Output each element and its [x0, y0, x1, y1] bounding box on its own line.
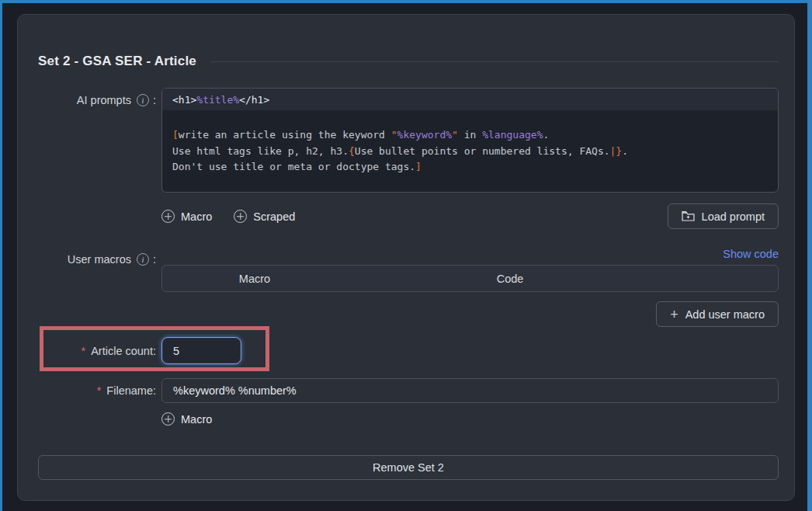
- macro-button-label: Macro: [181, 210, 212, 223]
- info-icon[interactable]: i: [137, 253, 149, 266]
- add-user-macro-button[interactable]: + Add user macro: [656, 301, 779, 327]
- column-header-macro: Macro: [162, 273, 347, 285]
- user-macros-label-colon: :: [153, 253, 156, 266]
- add-user-macro-row: + Add user macro: [38, 301, 779, 327]
- macro-button[interactable]: Macro: [161, 210, 212, 223]
- card-title-row: Set 2 - GSA SER - Article: [38, 15, 779, 69]
- circle-plus-icon: [161, 210, 175, 223]
- user-macros-label-text: User macros: [68, 253, 131, 266]
- article-count-label: * Article count:: [38, 337, 156, 364]
- filename-row: * Filename:: [38, 378, 779, 403]
- filename-macro-button[interactable]: Macro: [161, 412, 212, 426]
- article-count-row: * Article count:: [38, 337, 779, 364]
- user-macros-label: User macros i :: [38, 247, 156, 292]
- filename-label: * Filename:: [38, 378, 156, 403]
- load-prompt-button[interactable]: Load prompt: [668, 203, 779, 229]
- load-prompt-label: Load prompt: [702, 210, 765, 223]
- title-divider: [210, 61, 779, 62]
- plus-icon: +: [670, 308, 678, 322]
- circle-plus-icon: [161, 412, 175, 426]
- info-icon[interactable]: i: [137, 94, 149, 106]
- filename-input[interactable]: [161, 378, 779, 403]
- ai-prompts-row: AI prompts i : <h1>%title%</h1> [write a…: [38, 88, 779, 193]
- remove-set-row: Remove Set 2: [38, 455, 779, 480]
- add-user-macro-label: Add user macro: [685, 308, 765, 321]
- prompt-editor[interactable]: <h1>%title%</h1> [write an article using…: [161, 88, 779, 193]
- circle-plus-icon: [234, 210, 247, 223]
- required-mark: *: [97, 384, 102, 397]
- filename-macro-label: Macro: [181, 413, 212, 426]
- ai-prompts-label-text: AI prompts: [77, 94, 131, 106]
- show-code-link[interactable]: Show code: [723, 248, 779, 260]
- column-header-code: Code: [347, 273, 673, 285]
- article-count-input[interactable]: [161, 337, 241, 364]
- scraped-button[interactable]: Scraped: [234, 210, 295, 223]
- scraped-button-label: Scraped: [253, 210, 295, 223]
- filename-macro-row: Macro: [38, 412, 779, 429]
- filename-label-text: Filename:: [106, 384, 156, 397]
- article-count-label-text: Article count:: [91, 345, 156, 357]
- required-mark: *: [82, 345, 86, 357]
- user-macros-row: User macros i : Show code Macro Code: [38, 247, 779, 292]
- ai-prompts-label-colon: :: [153, 94, 156, 106]
- ai-prompts-label: AI prompts i :: [38, 88, 156, 193]
- window-frame: Set 2 - GSA SER - Article AI prompts i :…: [0, 0, 812, 511]
- prompt-actions-row: Macro Scraped Load prompt: [38, 203, 779, 229]
- user-macros-table-header: Macro Code: [161, 265, 779, 292]
- folder-plus-icon: [682, 210, 695, 222]
- set-2-card: Set 2 - GSA SER - Article AI prompts i :…: [17, 14, 795, 501]
- page-title: Set 2 - GSA SER - Article: [38, 54, 196, 69]
- remove-set-button[interactable]: Remove Set 2: [38, 455, 779, 480]
